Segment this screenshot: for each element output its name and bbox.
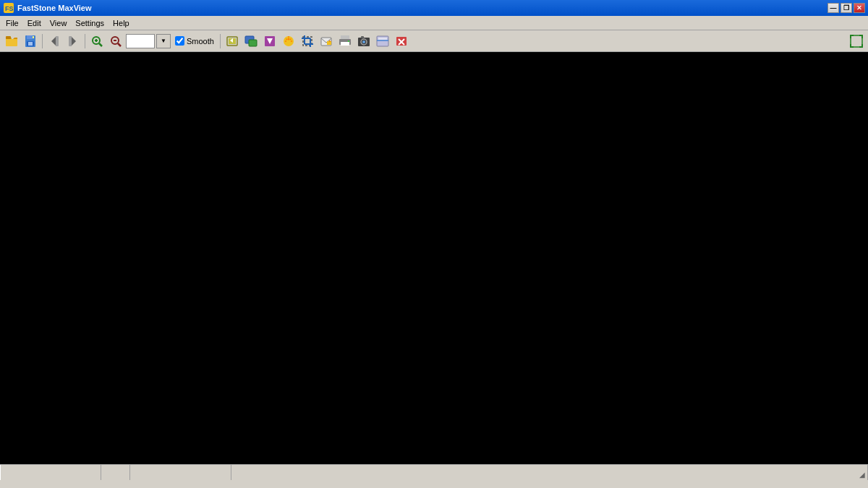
resize-button[interactable] — [242, 33, 260, 50]
svg-rect-49 — [361, 36, 364, 38]
separator-2 — [85, 34, 85, 48]
zoom-dropdown[interactable]: ▼ — [156, 34, 171, 48]
crop-button[interactable] — [299, 33, 316, 50]
svg-point-28 — [287, 38, 289, 40]
camera-button[interactable] — [355, 33, 373, 50]
menu-settings[interactable]: Settings — [71, 17, 109, 29]
svg-rect-44 — [341, 42, 349, 46]
resize-grip: ◢ — [856, 468, 868, 480]
svg-point-48 — [362, 40, 365, 43]
svg-rect-3 — [6, 36, 11, 39]
zoom-input[interactable] — [126, 34, 155, 48]
fullscreen-button[interactable] — [848, 33, 865, 50]
menu-bar: File Edit View Settings Help — [0, 16, 868, 30]
status-panel-3 — [130, 465, 231, 480]
status-panel-2 — [101, 465, 130, 480]
close-button[interactable]: ✕ — [854, 3, 865, 13]
svg-rect-51 — [377, 40, 388, 41]
fit-window-button[interactable] — [224, 33, 241, 50]
svg-rect-24 — [249, 40, 257, 46]
effects-button[interactable] — [280, 33, 297, 50]
restore-button[interactable]: ❐ — [841, 3, 852, 13]
svg-line-16 — [99, 43, 102, 46]
status-panel-4 — [231, 465, 868, 480]
svg-rect-12 — [69, 36, 72, 46]
menu-view[interactable]: View — [46, 17, 72, 29]
status-bar: ◢ — [0, 464, 868, 480]
svg-marker-11 — [71, 36, 76, 46]
menu-file[interactable]: File — [1, 17, 23, 29]
status-panel-1 — [0, 465, 101, 480]
window-controls: — ❐ ✕ — [827, 3, 865, 13]
svg-rect-5 — [27, 35, 33, 39]
svg-line-33 — [286, 38, 287, 40]
save-button[interactable] — [22, 33, 39, 50]
svg-line-32 — [290, 38, 292, 40]
svg-marker-9 — [51, 36, 56, 46]
separator-3 — [220, 34, 221, 48]
main-image-area — [0, 52, 868, 464]
svg-rect-8 — [33, 36, 34, 38]
svg-rect-7 — [28, 42, 33, 46]
menu-help[interactable]: Help — [109, 17, 134, 29]
smooth-label: Smooth — [187, 37, 214, 46]
title-bar: FS FastStone MaxView — ❐ ✕ — [0, 0, 868, 16]
minimize-button[interactable]: — — [827, 3, 839, 13]
delete-button[interactable] — [393, 33, 410, 50]
email-button[interactable] — [318, 33, 335, 50]
smooth-checkbox-container[interactable]: Smooth — [175, 36, 214, 46]
svg-rect-10 — [56, 36, 59, 46]
title-bar-left: FS FastStone MaxView — [3, 2, 92, 14]
menu-edit[interactable]: Edit — [23, 17, 46, 29]
svg-rect-52 — [378, 38, 387, 40]
open-button[interactable] — [3, 33, 20, 50]
scanner-button[interactable] — [374, 33, 391, 50]
zoom-out-button[interactable] — [107, 33, 124, 50]
back-button[interactable] — [46, 33, 63, 50]
svg-text:FS: FS — [5, 5, 14, 12]
separator-1 — [42, 34, 43, 48]
svg-line-19 — [118, 43, 121, 46]
zoom-in-button[interactable] — [88, 33, 106, 50]
app-icon: FS — [3, 2, 14, 14]
forward-button[interactable] — [64, 33, 82, 50]
svg-rect-45 — [348, 40, 349, 42]
print-button[interactable] — [336, 33, 354, 50]
rotate-button[interactable] — [261, 33, 278, 50]
smooth-checkbox[interactable] — [175, 36, 184, 46]
svg-rect-56 — [851, 35, 862, 47]
toolbar: ▼ Smooth — [0, 30, 868, 52]
title-text: FastStone MaxView — [17, 4, 92, 12]
